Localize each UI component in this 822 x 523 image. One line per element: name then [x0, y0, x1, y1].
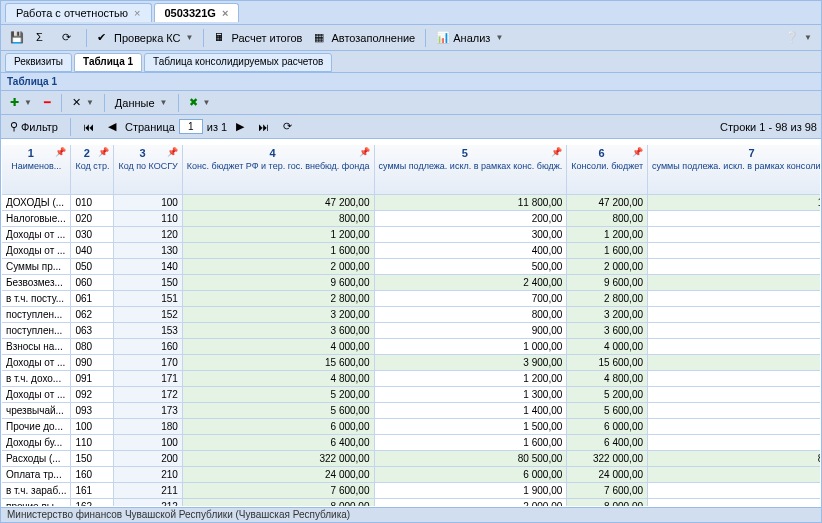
cell-value[interactable]: 1 200,00: [375, 371, 568, 387]
cell-value[interactable]: 1 400,00: [375, 403, 568, 419]
cell-value[interactable]: 800,00: [567, 211, 648, 227]
cell-value[interactable]: 1 600,00: [648, 435, 820, 451]
cell-value[interactable]: 322 000,00: [183, 451, 375, 467]
cell-value[interactable]: 4 800,00: [183, 371, 375, 387]
analysis-button[interactable]: 📊Анализ▼: [431, 28, 508, 48]
cell-value[interactable]: 8 000,00: [183, 499, 375, 506]
cell-value[interactable]: 9 600,00: [183, 275, 375, 291]
page-next[interactable]: ▶: [231, 117, 249, 136]
page-first[interactable]: ⏮: [78, 118, 99, 136]
save-button[interactable]: 💾: [5, 28, 29, 48]
cell-value[interactable]: 6 000,00: [375, 467, 568, 483]
cell-value[interactable]: 1 900,00: [648, 483, 820, 499]
cell-value[interactable]: 400,00: [375, 243, 568, 259]
cell-value[interactable]: 8 000,00: [567, 499, 648, 506]
col-header[interactable]: 3📌Код по КОСГУ: [114, 145, 182, 195]
table-row[interactable]: в т.ч. дохо...0911714 800,001 200,004 80…: [2, 371, 820, 387]
cell-value[interactable]: 300,00: [648, 227, 820, 243]
cell-value[interactable]: 2 000,00: [183, 259, 375, 275]
table-row[interactable]: ДОХОДЫ (...01010047 200,0011 800,0047 20…: [2, 195, 820, 211]
cell-value[interactable]: 1 300,00: [648, 387, 820, 403]
cell-value[interactable]: 322 000,00: [567, 451, 648, 467]
cell-value[interactable]: 2 800,00: [183, 291, 375, 307]
table-row[interactable]: Доходы от ...0301201 200,00300,001 200,0…: [2, 227, 820, 243]
cell-value[interactable]: 400,00: [648, 243, 820, 259]
cell-value[interactable]: 1 600,00: [375, 435, 568, 451]
table-row[interactable]: прочие вы...1622128 000,002 000,008 000,…: [2, 499, 820, 506]
table-row[interactable]: Суммы пр...0501402 000,00500,002 000,005…: [2, 259, 820, 275]
table-row[interactable]: чрезвычай...0931735 600,001 400,005 600,…: [2, 403, 820, 419]
check-ks-button[interactable]: ✔Проверка КС▼: [92, 28, 198, 48]
clear-button[interactable]: ✖▼: [184, 93, 216, 112]
cell-value[interactable]: 7 600,00: [183, 483, 375, 499]
cell-value[interactable]: 6 400,00: [567, 435, 648, 451]
col-header[interactable]: 6📌Консоли. бюджет: [567, 145, 648, 195]
cell-value[interactable]: 11 800,00: [648, 195, 820, 211]
page-last[interactable]: ⏭: [253, 118, 274, 136]
cell-value[interactable]: 1 000,00: [375, 339, 568, 355]
cell-value[interactable]: 2 400,00: [648, 275, 820, 291]
page-prev[interactable]: ◀: [103, 117, 121, 136]
help-button[interactable]: ❔▼: [780, 28, 817, 47]
cell-value[interactable]: 800,00: [183, 211, 375, 227]
delete-button[interactable]: ━: [39, 93, 56, 112]
cell-value[interactable]: 1 000,00: [648, 339, 820, 355]
col-header[interactable]: 1📌Наименов...: [2, 145, 71, 195]
calc-button[interactable]: 🖩Расчет итогов: [209, 28, 307, 48]
add-button[interactable]: ✚▼: [5, 93, 37, 112]
filter-toggle[interactable]: ⚲Фильтр: [5, 117, 63, 136]
cell-value[interactable]: 1 900,00: [375, 483, 568, 499]
close-icon[interactable]: ×: [222, 7, 228, 19]
cell-value[interactable]: 3 600,00: [567, 323, 648, 339]
table-row[interactable]: Доходы от ...0401301 600,00400,001 600,0…: [2, 243, 820, 259]
cell-value[interactable]: 6 000,00: [648, 467, 820, 483]
autofill-button[interactable]: ▦Автозаполнение: [309, 28, 420, 48]
cell-value[interactable]: 3 600,00: [183, 323, 375, 339]
table-row[interactable]: Безвозмез...0601509 600,002 400,009 600,…: [2, 275, 820, 291]
cell-value[interactable]: 15 600,00: [183, 355, 375, 371]
cell-value[interactable]: 6 400,00: [183, 435, 375, 451]
cell-value[interactable]: 800,00: [375, 307, 568, 323]
cell-value[interactable]: 3 900,00: [375, 355, 568, 371]
cell-value[interactable]: 24 000,00: [567, 467, 648, 483]
cell-value[interactable]: 15 600,00: [567, 355, 648, 371]
subtab-consolidated[interactable]: Таблица консолидируемых расчетов: [144, 53, 332, 72]
cell-value[interactable]: 1 500,00: [375, 419, 568, 435]
cell-value[interactable]: 7 600,00: [567, 483, 648, 499]
cell-value[interactable]: 4 800,00: [567, 371, 648, 387]
cell-value[interactable]: 6 000,00: [567, 419, 648, 435]
cell-value[interactable]: 2 000,00: [375, 499, 568, 506]
cell-value[interactable]: 200,00: [375, 211, 568, 227]
cell-value[interactable]: 5 200,00: [183, 387, 375, 403]
cell-value[interactable]: 1 300,00: [375, 387, 568, 403]
cell-value[interactable]: 700,00: [648, 291, 820, 307]
subtab-table1[interactable]: Таблица 1: [74, 53, 142, 72]
cell-value[interactable]: 9 600,00: [567, 275, 648, 291]
cell-value[interactable]: 80 500,00: [375, 451, 568, 467]
table-row[interactable]: в т.ч. посту...0611512 800,00700,002 800…: [2, 291, 820, 307]
cell-value[interactable]: 2 000,00: [648, 499, 820, 506]
page-refresh[interactable]: ⟳: [278, 117, 297, 136]
cell-value[interactable]: 800,00: [648, 307, 820, 323]
cell-value[interactable]: 47 200,00: [183, 195, 375, 211]
col-header[interactable]: 4📌Конс. бюджет РФ и тер. гос. внебюд. фо…: [183, 145, 375, 195]
table-row[interactable]: Доходы от ...0921725 200,001 300,005 200…: [2, 387, 820, 403]
table-row[interactable]: Налоговые...020110800,00200,00800,00200,…: [2, 211, 820, 227]
cell-value[interactable]: 1 500,00: [648, 419, 820, 435]
table-row[interactable]: в т.ч. зараб...1612117 600,001 900,007 6…: [2, 483, 820, 499]
cell-value[interactable]: 500,00: [375, 259, 568, 275]
cell-value[interactable]: 1 600,00: [183, 243, 375, 259]
cell-value[interactable]: 1 600,00: [567, 243, 648, 259]
cell-value[interactable]: 5 200,00: [567, 387, 648, 403]
cell-value[interactable]: 1 200,00: [648, 371, 820, 387]
cell-value[interactable]: 5 600,00: [183, 403, 375, 419]
table-row[interactable]: Расходы (...150200322 000,0080 500,00322…: [2, 451, 820, 467]
subtab-requisites[interactable]: Реквизиты: [5, 53, 72, 72]
cell-value[interactable]: 500,00: [648, 259, 820, 275]
data-button[interactable]: Данные▼: [110, 94, 173, 112]
cell-value[interactable]: 700,00: [375, 291, 568, 307]
cell-value[interactable]: 2 800,00: [567, 291, 648, 307]
grid[interactable]: 1📌Наименов...2📌Код стр.3📌Код по КОСГУ4📌К…: [2, 145, 820, 506]
cell-value[interactable]: 6 000,00: [183, 419, 375, 435]
close-icon[interactable]: ×: [134, 7, 140, 19]
